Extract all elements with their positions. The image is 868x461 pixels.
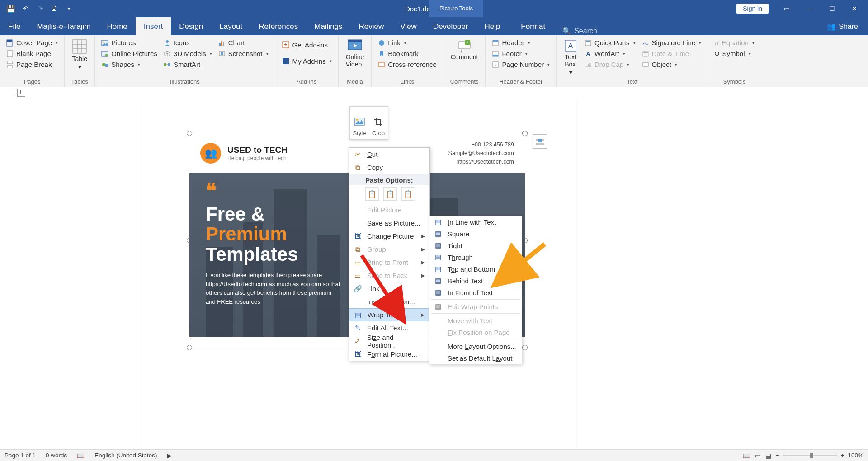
equation-button[interactable]: πEquation▾ (712, 38, 756, 47)
screenshot-button[interactable]: Screenshot▾ (217, 49, 270, 58)
my-addins-button[interactable]: My Add-ins▾ (280, 56, 334, 66)
zoom-in-icon[interactable]: + (841, 452, 844, 459)
tab-references[interactable]: References (250, 17, 306, 35)
wrap-inline[interactable]: ▤In Line with Text (429, 216, 522, 228)
minimize-icon[interactable]: — (798, 0, 820, 17)
table-button[interactable]: Table▾ (69, 38, 90, 71)
picture-style-button[interactable]: Style (350, 107, 369, 139)
horizontal-ruler[interactable]: L (15, 87, 868, 98)
wrap-front[interactable]: ▤In Front of Text (429, 287, 522, 298)
close-icon[interactable]: ✕ (844, 0, 865, 17)
cm-insert-caption[interactable]: Insert Caption... (349, 295, 429, 308)
zoom-out-icon[interactable]: − (776, 452, 779, 459)
view-print-icon[interactable]: ▭ (755, 452, 761, 459)
resize-handle[interactable] (522, 345, 528, 350)
maximize-icon[interactable]: ☐ (821, 0, 843, 17)
drop-cap-button[interactable]: ADrop Cap▾ (583, 60, 637, 69)
tab-selector[interactable]: L (17, 89, 25, 97)
blank-page-button[interactable]: Blank Page (5, 49, 60, 58)
zoom-control[interactable]: − + 100% (776, 452, 863, 459)
tab-insert[interactable]: Insert (136, 17, 171, 35)
date-time-button[interactable]: Date & Time (640, 49, 703, 58)
comment-button[interactable]: + Comment (448, 38, 481, 61)
header-button[interactable]: Header▾ (490, 38, 552, 47)
quick-parts-button[interactable]: Quick Parts▾ (583, 38, 637, 47)
pictures-button[interactable]: Pictures (99, 38, 159, 47)
wordart-button[interactable]: AWordArt▾ (583, 49, 637, 58)
resize-handle[interactable] (522, 131, 528, 136)
tab-review[interactable]: Review (351, 17, 392, 35)
bookmark-button[interactable]: Bookmark (376, 49, 439, 58)
wrap-top-bottom[interactable]: ▤Top and Bottom (429, 263, 522, 275)
wrap-behind[interactable]: ▤Behind Text (429, 275, 522, 287)
print-preview-icon[interactable]: 🗎 (48, 2, 61, 15)
3d-models-button[interactable]: 3D Models▾ (162, 49, 214, 58)
tab-design[interactable]: Design (171, 17, 211, 35)
tab-view[interactable]: View (392, 17, 425, 35)
tab-help[interactable]: Help (476, 17, 508, 35)
zoom-slider[interactable] (783, 455, 837, 456)
wrap-more-options[interactable]: More Layout Options... (429, 340, 522, 352)
tab-custom[interactable]: Majlis-e-Tarajim (28, 17, 99, 35)
resize-handle[interactable] (187, 345, 192, 350)
wrap-tight[interactable]: ▤Tight (429, 240, 522, 251)
cm-wrap-text[interactable]: ▤Wrap Text▶ (349, 308, 429, 321)
status-language[interactable]: English (United States) (94, 452, 157, 459)
tell-me-search[interactable]: 🔍 Search (562, 27, 597, 35)
sign-in-button[interactable]: Sign in (736, 4, 769, 14)
paste-picture-icon[interactable]: 📋 (401, 187, 415, 201)
online-pictures-button[interactable]: Online Pictures (99, 49, 159, 58)
qat-dropdown-icon[interactable]: ▾ (62, 2, 75, 15)
tab-home[interactable]: Home (99, 17, 135, 35)
wrap-set-default[interactable]: Set as Default Layout (429, 352, 522, 364)
online-video-button[interactable]: Online Video (343, 38, 367, 69)
tab-file[interactable]: File (0, 17, 28, 35)
tab-developer[interactable]: Developer (425, 17, 476, 35)
symbol-button[interactable]: ΩSymbol▾ (712, 49, 756, 58)
cross-reference-button[interactable]: Cross-reference (376, 60, 439, 69)
status-macro-icon[interactable]: ▶ (167, 452, 172, 459)
cm-link[interactable]: 🔗Link (349, 282, 429, 295)
cm-format-picture[interactable]: 🖼Format Picture... (349, 348, 429, 361)
view-read-icon[interactable]: 📖 (743, 452, 750, 459)
tab-format[interactable]: Format (513, 17, 553, 35)
vertical-ruler[interactable] (0, 87, 15, 449)
status-spell-icon[interactable]: 📖 (77, 452, 85, 459)
cover-page-button[interactable]: Cover Page▾ (5, 38, 60, 47)
status-words[interactable]: 0 words (46, 452, 67, 459)
undo-icon[interactable]: ↶ (19, 2, 32, 15)
cm-change-picture[interactable]: 🖼Change Picture▶ (349, 230, 429, 243)
redo-icon[interactable]: ↷ (33, 2, 46, 15)
cm-size-position[interactable]: ⤢Size and Position... (349, 334, 429, 348)
wrap-through[interactable]: ▤Through (429, 251, 522, 263)
resize-handle[interactable] (187, 131, 192, 136)
footer-button[interactable]: Footer▾ (490, 49, 552, 58)
share-button[interactable]: 👥 Share (817, 18, 868, 35)
ribbon-display-options-icon[interactable]: ▭ (776, 0, 797, 17)
signature-line-button[interactable]: Signature Line▾ (640, 38, 703, 47)
page-break-button[interactable]: Page Break (5, 60, 60, 69)
cm-save-as-picture[interactable]: Save as Picture... (349, 216, 429, 230)
object-button[interactable]: Object▾ (640, 60, 703, 69)
paste-keep-source-icon[interactable]: 📋 (365, 187, 379, 201)
get-addins-button[interactable]: +Get Add-ins (280, 40, 334, 50)
cm-edit-alt-text[interactable]: ✎Edit Alt Text... (349, 321, 429, 334)
chart-button[interactable]: Chart (217, 38, 270, 47)
shapes-button[interactable]: Shapes▾ (99, 60, 159, 69)
cm-cut[interactable]: ✂Cut (349, 148, 429, 161)
icons-button[interactable]: Icons (162, 38, 214, 47)
tab-layout[interactable]: Layout (211, 17, 250, 35)
page-number-button[interactable]: #Page Number▾ (490, 60, 552, 69)
zoom-level[interactable]: 100% (848, 452, 863, 459)
status-page[interactable]: Page 1 of 1 (5, 452, 36, 459)
paste-merge-icon[interactable]: 📋 (383, 187, 397, 201)
wrap-square[interactable]: ▤Square (429, 228, 522, 240)
text-box-button[interactable]: A Text Box▾ (561, 38, 580, 77)
smartart-button[interactable]: SmartArt (162, 60, 214, 69)
cm-copy[interactable]: ⧉Copy (349, 161, 429, 174)
layout-options-button[interactable] (533, 134, 547, 149)
view-web-icon[interactable]: ▤ (765, 452, 771, 459)
link-button[interactable]: Link▾ (376, 38, 439, 47)
crop-button[interactable]: Crop (369, 107, 388, 139)
save-icon[interactable]: 💾 (5, 2, 17, 15)
